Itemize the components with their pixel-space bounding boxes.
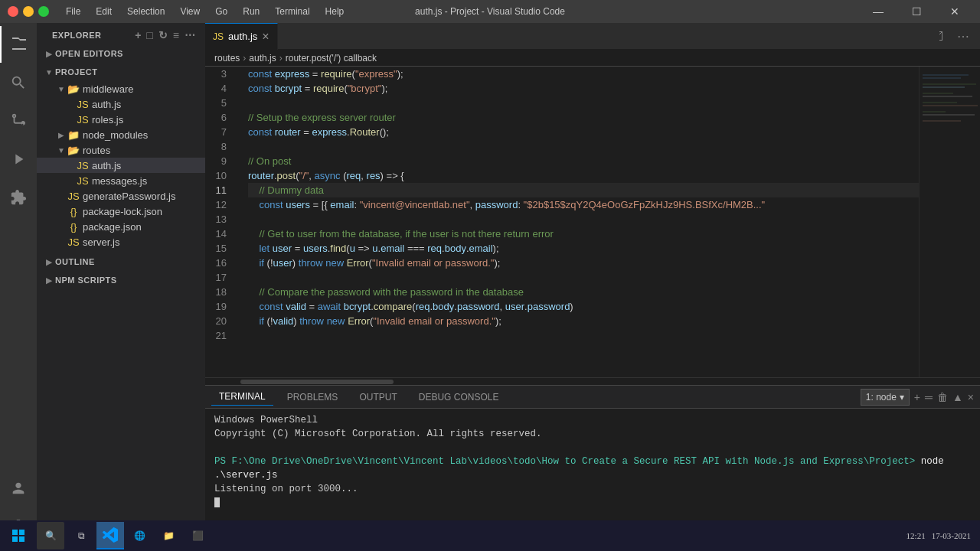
code-line-7: const router = express.Router(); (248, 125, 919, 139)
generate-password-js[interactable]: JS generatePassword.js (37, 188, 205, 204)
server-js[interactable]: JS server.js (37, 234, 205, 249)
roles-js[interactable]: JS roles.js (37, 112, 205, 127)
outline-arrow: ▶ (43, 256, 55, 268)
taskbar-vscode[interactable] (96, 522, 124, 549)
new-folder-icon[interactable]: □ (146, 29, 153, 41)
terminal-tab-terminal[interactable]: TERMINAL (211, 388, 273, 406)
maximize-terminal-icon[interactable]: ▲ (952, 391, 963, 403)
ln-8: 8 (205, 139, 233, 154)
middleware-auth-js[interactable]: JS auth.js (37, 96, 205, 112)
messages-js[interactable]: JS messages.js (37, 173, 205, 188)
run-activity-icon[interactable] (0, 141, 37, 178)
horizontal-scrollbar[interactable] (205, 377, 980, 385)
split-terminal-icon[interactable]: ═ (925, 391, 933, 403)
breadcrumb-file[interactable]: auth.js (249, 53, 276, 64)
svg-rect-5 (923, 96, 972, 97)
package-json[interactable]: {} package.json (37, 219, 205, 234)
split-editor-icon[interactable]: ⦐ (934, 28, 949, 44)
extensions-activity-icon[interactable] (0, 179, 37, 216)
menu-view[interactable]: View (174, 5, 206, 18)
terminal-instance-selector[interactable]: 1: node ▾ (861, 389, 910, 406)
tab-close-button[interactable]: × (262, 31, 269, 43)
code-line-5 (248, 96, 919, 110)
close-terminal-icon[interactable]: × (968, 391, 974, 403)
menu-go[interactable]: Go (209, 5, 234, 18)
taskbar-task-view[interactable]: ⧉ (67, 522, 95, 549)
source-control-activity-icon[interactable] (0, 103, 37, 139)
routes-folder[interactable]: ▼ 📂 routes (37, 142, 205, 158)
refresh-icon[interactable]: ↻ (158, 29, 168, 41)
routes-auth-js[interactable]: JS auth.js (37, 158, 205, 173)
more-tabs-icon[interactable]: ⋯ (952, 28, 974, 45)
code-line-11: // Dummy data (248, 183, 919, 197)
npm-label: NPM SCRIPTS (55, 276, 117, 285)
npm-scripts-section[interactable]: ▶ NPM SCRIPTS (37, 271, 205, 289)
taskbar-terminal[interactable]: ⬛ (184, 522, 211, 549)
breadcrumb-routes[interactable]: routes (214, 53, 240, 64)
open-editors-section[interactable]: ▶ OPEN EDITORS (37, 44, 205, 63)
code-line-6: // Setup the express server router (248, 110, 919, 125)
terminal-tab-problems[interactable]: PROBLEMS (279, 389, 346, 406)
ln-12: 12 (205, 197, 233, 212)
ln-20: 20 (205, 314, 233, 328)
terminal-line-2: Copyright (C) Microsoft Corporation. All… (214, 427, 971, 441)
messages-js-label: messages.js (92, 175, 147, 187)
terminal-text-1: Windows PowerShell (214, 415, 318, 425)
roles-js-icon: JS (77, 113, 89, 126)
terminal-tab-output[interactable]: OUTPUT (351, 389, 404, 406)
code-content[interactable]: const express = require("express"); cons… (240, 67, 919, 377)
taskbar-search[interactable]: 🔍 (37, 522, 64, 549)
menu-file[interactable]: File (60, 5, 87, 18)
ln-10: 10 (205, 168, 233, 183)
svg-rect-0 (923, 74, 969, 76)
ln-5: 5 (205, 96, 233, 110)
explorer-title: Explorer (52, 31, 102, 40)
new-terminal-icon[interactable]: + (914, 391, 920, 403)
menu-terminal[interactable]: Terminal (269, 5, 315, 18)
account-activity-icon[interactable] (0, 470, 37, 507)
code-line-10: router.post("/", async (req, res) => { (248, 168, 919, 183)
terminal-cursor (214, 497, 220, 507)
package-lock-icon: {} (67, 205, 80, 217)
hscroll-thumb[interactable] (240, 380, 394, 384)
minimize-button[interactable]: — (861, 0, 896, 23)
outline-section[interactable]: ▶ OUTLINE (37, 253, 205, 271)
start-button[interactable] (3, 522, 34, 549)
ln-9: 9 (205, 154, 233, 168)
svg-rect-2 (923, 83, 976, 85)
new-file-icon[interactable]: + (135, 29, 142, 41)
collapse-icon[interactable]: ≡ (173, 29, 180, 41)
more-options-icon[interactable]: ⋯ (185, 29, 196, 41)
breadcrumb-context[interactable]: router.post('/') callback (286, 53, 377, 64)
explorer-activity-icon[interactable] (0, 26, 37, 63)
menu-run[interactable]: Run (237, 5, 266, 18)
taskbar-chrome[interactable]: 🌐 (126, 522, 153, 549)
line-numbers: 3 4 5 6 7 8 9 10 11 12 13 14 15 16 17 18 (205, 67, 240, 377)
project-section[interactable]: ▼ PROJECT (37, 63, 205, 81)
taskbar-explorer[interactable]: 📁 (155, 522, 182, 549)
generate-password-icon: JS (67, 190, 80, 202)
node-modules-folder[interactable]: ▶ 📁 node_modules (37, 127, 205, 142)
ln-19: 19 (205, 299, 233, 314)
search-activity-icon[interactable] (0, 64, 37, 101)
terminal-text-2: Copyright (C) Microsoft Corporation. All… (214, 429, 542, 439)
package-lock-json[interactable]: {} package-lock.json (37, 204, 205, 219)
window-title: auth.js - Project - Visual Studio Code (415, 6, 565, 17)
terminal-area: TERMINAL PROBLEMS OUTPUT DEBUG CONSOLE 1… (205, 385, 980, 534)
ln-17: 17 (205, 270, 233, 285)
menu-edit[interactable]: Edit (90, 5, 118, 18)
terminal-content[interactable]: Windows PowerShell Copyright (C) Microso… (205, 409, 980, 534)
middleware-folder[interactable]: ▼ 📂 middleware (37, 81, 205, 96)
close-button[interactable]: ✕ (937, 0, 972, 23)
taskbar-tray: 12:21 17-03-2021 (906, 531, 977, 540)
menu-selection[interactable]: Selection (121, 5, 171, 18)
open-editors-label: OPEN EDITORS (55, 49, 123, 58)
menu-help[interactable]: Help (319, 5, 351, 18)
svg-rect-6 (923, 102, 957, 103)
sidebar-header-icons: + □ ↻ ≡ ⋯ (135, 29, 196, 41)
auth-js-tab[interactable]: JS auth.js × (205, 23, 278, 50)
terminal-tab-debug[interactable]: DEBUG CONSOLE (411, 389, 507, 406)
maximize-button[interactable]: ☐ (899, 0, 934, 23)
kill-terminal-icon[interactable]: 🗑 (937, 391, 948, 403)
generate-password-label: generatePassword.js (83, 191, 175, 202)
